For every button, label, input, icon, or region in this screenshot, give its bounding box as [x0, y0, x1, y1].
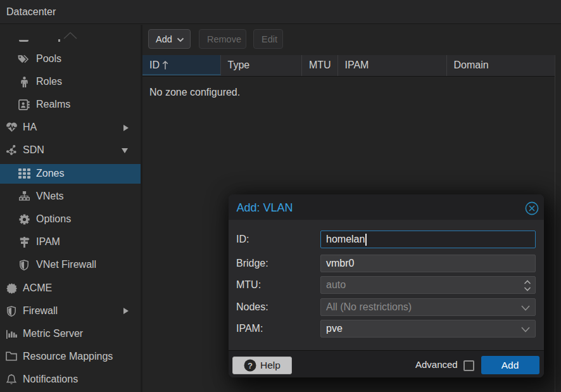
svg-text:?: ?: [248, 361, 253, 370]
